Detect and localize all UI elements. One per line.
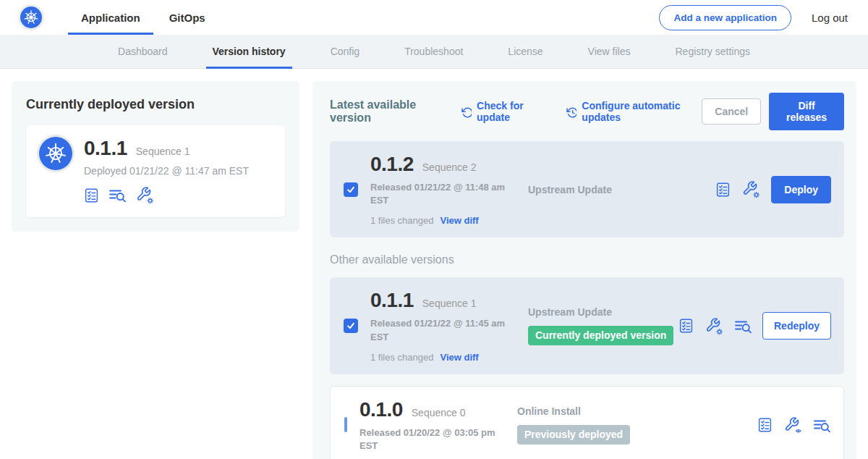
configure-automatic-updates-link[interactable]: Configure automatic updates — [566, 100, 702, 123]
currently-deployed-title: Currently deployed version — [26, 97, 285, 112]
tab-gitops[interactable]: GitOps — [155, 0, 220, 35]
released-timestamp: Released 01/21/22 @ 11:45 am EST — [370, 317, 506, 343]
diff-releases-button[interactable]: Diff releases — [769, 93, 844, 130]
version-row-0-1-0: 0.1.0 Sequence 0 Released 01/20/22 @ 03:… — [330, 386, 844, 459]
clock-refresh-icon — [566, 106, 577, 118]
deployed-version-card: 0.1.1 Sequence 1 Deployed 01/21/22 @ 11:… — [26, 125, 285, 217]
version-checkbox[interactable] — [344, 319, 358, 333]
latest-available-title: Latest available version — [330, 98, 443, 125]
subnav-troubleshoot[interactable]: Troubleshoot — [382, 35, 485, 68]
redeploy-button[interactable]: Redeploy — [762, 312, 831, 340]
released-timestamp: Released 01/21/22 @ 11:48 am EST — [370, 181, 506, 207]
wrench-gear-icon[interactable] — [741, 180, 760, 198]
subnav-registry-settings[interactable]: Registry settings — [653, 35, 773, 68]
version-history-panel: Latest available version Check for updat… — [312, 81, 856, 459]
version-row-0-1-2: 0.1.2 Sequence 2 Released 01/21/22 @ 11:… — [330, 141, 844, 237]
released-timestamp: Released 01/20/22 @ 03:05 pm EST — [359, 426, 495, 452]
app-sub-nav: Dashboard Version history Config Trouble… — [0, 35, 868, 69]
deployed-version-number: 0.1.1 — [84, 137, 127, 160]
wrench-eye-icon[interactable] — [783, 416, 802, 434]
logs-search-icon[interactable] — [109, 188, 126, 203]
top-nav: Application GitOps Add a new application… — [0, 0, 868, 35]
checklist-icon[interactable] — [84, 188, 99, 203]
deploy-button[interactable]: Deploy — [771, 176, 831, 203]
files-changed-label: 1 files changed — [370, 215, 433, 226]
previously-deployed-badge: Previously deployed — [517, 425, 630, 445]
add-new-application-button[interactable]: Add a new application — [659, 5, 791, 30]
view-diff-link[interactable]: View diff — [440, 215, 478, 226]
sequence-label: Sequence 2 — [422, 161, 477, 173]
kubernetes-logo-icon — [20, 7, 42, 28]
version-number: 0.1.2 — [370, 153, 414, 176]
app-logo-icon — [39, 137, 72, 170]
view-diff-link[interactable]: View diff — [440, 352, 478, 363]
version-row-0-1-1: 0.1.1 Sequence 1 Released 01/21/22 @ 11:… — [330, 277, 844, 374]
checklist-icon[interactable] — [678, 318, 694, 334]
checklist-icon[interactable] — [757, 417, 773, 433]
version-number: 0.1.0 — [359, 398, 403, 421]
refresh-icon — [461, 106, 472, 118]
sequence-label: Sequence 1 — [422, 298, 477, 309]
version-source-label: Upstream Update — [528, 306, 678, 318]
wrench-gear-icon[interactable] — [705, 317, 723, 335]
tab-application[interactable]: Application — [67, 0, 155, 35]
currently-deployed-panel: Currently deployed version 0.1.1 Sequenc… — [12, 81, 299, 232]
subnav-view-files[interactable]: View files — [566, 35, 653, 68]
sequence-label: Sequence 0 — [412, 407, 466, 418]
version-source-label: Online Install — [517, 405, 757, 417]
other-versions-label: Other available versions — [330, 253, 844, 266]
check-for-update-link[interactable]: Check for update — [461, 100, 548, 123]
version-checkbox[interactable] — [344, 182, 358, 197]
subnav-license[interactable]: License — [485, 35, 565, 68]
wrench-gear-icon[interactable] — [135, 186, 154, 204]
deployed-sequence-label: Sequence 1 — [136, 146, 190, 157]
files-changed-label: 1 files changed — [370, 352, 433, 363]
checklist-icon[interactable] — [715, 182, 731, 198]
main-content: Currently deployed version 0.1.1 Sequenc… — [0, 69, 868, 459]
version-checkbox[interactable] — [344, 417, 347, 432]
version-source-label: Upstream Update — [528, 184, 715, 195]
subnav-version-history[interactable]: Version history — [190, 35, 308, 68]
version-number: 0.1.1 — [370, 289, 414, 312]
deployed-timestamp: Deployed 01/21/22 @ 11:47 am EST — [84, 165, 249, 177]
logs-search-icon[interactable] — [813, 418, 830, 433]
subnav-dashboard[interactable]: Dashboard — [95, 35, 190, 68]
subnav-config[interactable]: Config — [308, 35, 382, 68]
cancel-button[interactable]: Cancel — [702, 98, 761, 125]
top-nav-tabs: Application GitOps — [67, 0, 220, 35]
currently-deployed-badge: Currently deployed version — [528, 326, 673, 345]
logs-search-icon[interactable] — [734, 319, 752, 334]
logout-link[interactable]: Log out — [812, 12, 848, 24]
